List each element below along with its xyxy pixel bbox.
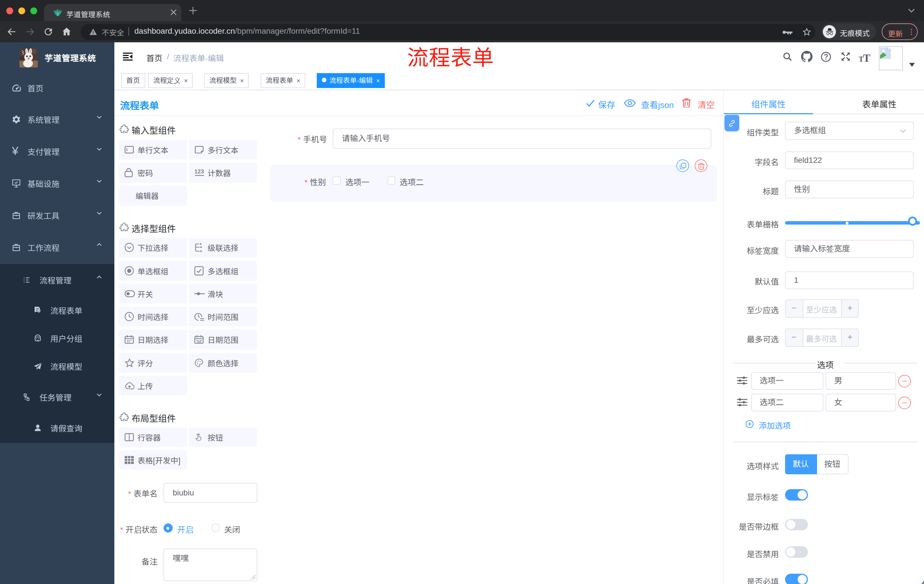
svg-text:T: T [863, 52, 870, 63]
svg-text:123: 123 [195, 169, 204, 175]
